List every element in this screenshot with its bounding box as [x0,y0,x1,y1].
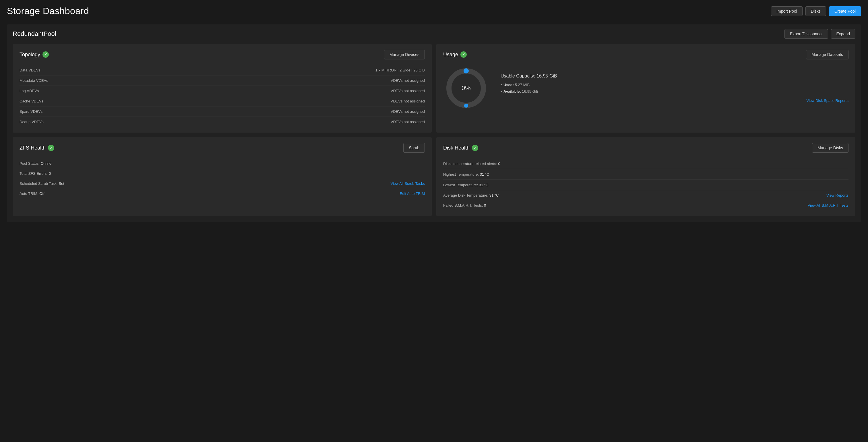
topology-value: 1 x MIRROR | 2 wide | 20 GiB [375,68,425,72]
pool-status-row: Pool Status: Online [20,158,425,168]
total-errors-row: Total ZFS Errors: 0 [20,168,425,179]
scrub-button[interactable]: Scrub [403,143,425,153]
scrub-task-row: Scheduled Scrub Task: Set View All Scrub… [20,179,425,189]
highest-temp-label: Highest Temperature: [443,172,479,177]
donut-percent-label: 0% [462,84,471,92]
disk-health-card: Disk Health Manage Disks Disks temperatu… [436,137,856,216]
used-item: Used: 5.27 MiB [501,83,848,87]
cards-grid: Topology Manage Devices Data VDEVs 1 x M… [12,44,856,216]
scrub-task-label: Scheduled Scrub Task: [20,181,58,186]
view-all-smart-tests-link[interactable]: View All S.M.A.R.T Tests [808,203,848,208]
topology-value: VDEVs not assigned [391,109,425,114]
temp-alerts-value: 0 [498,162,500,166]
total-errors-value: 0 [49,171,51,176]
usage-card: Usage Manage Datasets 0% [436,44,856,133]
available-item: Available: 16.95 GiB [501,89,848,94]
usable-capacity-label: Usable Capacity: [501,73,535,78]
topology-value: VDEVs not assigned [391,120,425,124]
topology-label: Dedup VDEVs [20,120,43,124]
zfs-health-card-header: ZFS Health Scrub [20,143,425,153]
zfs-health-card: ZFS Health Scrub Pool Status: Online Tot… [12,137,432,216]
auto-trim-row: Auto TRIM: Off Edit Auto TRIM [20,189,425,199]
disks-button[interactable]: Disks [805,6,826,16]
disk-health-title: Disk Health [443,145,470,151]
header-actions: Import Pool Disks Create Pool [771,6,861,16]
pool-header: RedundantPool Export/Disconnect Expand [12,29,856,39]
zfs-status-icon [48,145,54,151]
pool-status-label: Pool Status: [20,161,40,166]
table-row: Dedup VDEVs VDEVs not assigned [20,117,425,127]
view-all-scrub-tasks-link[interactable]: View All Scrub Tasks [391,181,425,186]
table-row: Data VDEVs 1 x MIRROR | 2 wide | 20 GiB [20,65,425,75]
available-value: 16.95 GiB [522,89,539,94]
temp-alerts-label: Disks temperature related alerts: [443,162,497,166]
disk-health-title-row: Disk Health [443,145,478,151]
total-errors-label-value: Total ZFS Errors: 0 [20,171,51,176]
create-pool-button[interactable]: Create Pool [829,6,861,16]
usage-card-header: Usage Manage Datasets [443,50,848,59]
topology-label: Cache VDEVs [20,99,43,103]
used-value: 5.27 MiB [515,83,530,87]
pool-name: RedundantPool [12,30,56,38]
manage-datasets-button[interactable]: Manage Datasets [806,50,848,59]
topology-label: Spare VDEVs [20,109,42,114]
svg-point-2 [464,104,468,107]
manage-devices-button[interactable]: Manage Devices [384,50,425,59]
highest-temp-row: Highest Temperature: 31 °C [443,169,848,180]
zfs-title-row: ZFS Health [20,145,54,151]
topology-value: VDEVs not assigned [391,89,425,93]
topology-value: VDEVs not assigned [391,99,425,103]
topology-title-row: Topology [20,51,49,58]
lowest-temp-row: Lowest Temperature: 31 °C [443,180,848,190]
temp-alerts-row: Disks temperature related alerts: 0 [443,158,848,169]
donut-chart: 0% [443,65,489,111]
smart-tests-label: Failed S.M.A.R.T. Tests: [443,203,483,208]
auto-trim-label-value: Auto TRIM: Off [20,191,44,196]
topology-label: Data VDEVs [20,68,40,72]
lowest-temp-label: Lowest Temperature: [443,183,478,187]
highest-temp-value: 31 °C [480,172,489,177]
usage-title-row: Usage [443,51,467,58]
topology-status-icon [42,51,49,58]
pool-status-label-value: Pool Status: Online [20,161,51,166]
import-pool-button[interactable]: Import Pool [771,6,803,16]
expand-button[interactable]: Expand [831,29,856,39]
total-errors-label: Total ZFS Errors: [20,171,48,176]
zfs-health-title: ZFS Health [20,145,45,151]
pool-header-actions: Export/Disconnect Expand [784,29,856,39]
lowest-temp-value: 31 °C [479,183,489,187]
usage-title: Usage [443,52,458,58]
table-row: Metadata VDEVs VDEVs not assigned [20,75,425,86]
smart-tests-value: 0 [484,203,486,208]
topology-label: Metadata VDEVs [20,78,48,83]
view-reports-link[interactable]: View Reports [826,193,848,197]
edit-auto-trim-link[interactable]: Edit Auto TRIM [400,191,425,196]
usable-capacity: Usable Capacity: 16.95 GiB [501,73,848,78]
zfs-health-rows: Pool Status: Online Total ZFS Errors: 0 … [20,158,425,199]
scrub-task-label-value: Scheduled Scrub Task: Set [20,181,64,186]
avg-temp-row: Average Disk Temperature: 31 °C View Rep… [443,190,848,200]
page-title: Storage Dashboard [7,6,89,17]
topology-rows: Data VDEVs 1 x MIRROR | 2 wide | 20 GiB … [20,65,425,127]
topology-label: Log VDEVs [20,89,39,93]
table-row: Cache VDEVs VDEVs not assigned [20,96,425,106]
disk-health-rows: Disks temperature related alerts: 0 High… [443,158,848,210]
topology-card: Topology Manage Devices Data VDEVs 1 x M… [12,44,432,133]
pool-status-value: Online [41,161,52,166]
pool-section: RedundantPool Export/Disconnect Expand T… [7,24,861,222]
avg-temp-label: Average Disk Temperature: [443,193,488,197]
auto-trim-value: Off [39,191,44,196]
table-row: Spare VDEVs VDEVs not assigned [20,106,425,117]
usable-capacity-value: 16.95 GiB [536,73,557,78]
manage-disks-button[interactable]: Manage Disks [812,143,848,153]
usage-status-icon [460,51,467,58]
topology-title: Topology [20,52,40,58]
used-label: Used: [503,83,514,87]
view-disk-space-reports-link[interactable]: View Disk Space Reports [807,98,848,103]
auto-trim-label: Auto TRIM: [20,191,38,196]
page-header: Storage Dashboard Import Pool Disks Crea… [7,6,861,17]
export-disconnect-button[interactable]: Export/Disconnect [784,29,828,39]
view-disk-space-row: View Disk Space Reports [501,98,848,103]
table-row: Log VDEVs VDEVs not assigned [20,86,425,96]
topology-card-header: Topology Manage Devices [20,50,425,59]
